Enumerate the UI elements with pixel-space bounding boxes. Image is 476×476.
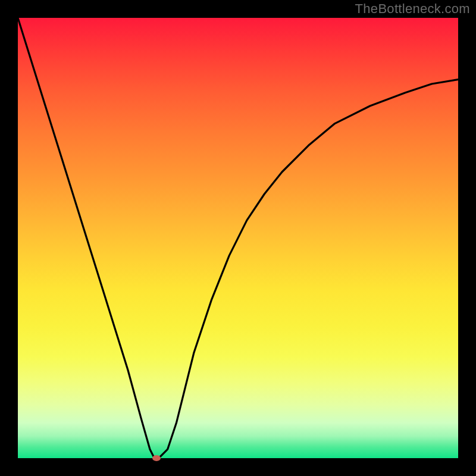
optimal-point-marker: [152, 455, 161, 461]
chart-frame: TheBottleneck.com: [0, 0, 476, 476]
bottleneck-curve: [18, 18, 458, 458]
plot-outer: [18, 18, 458, 458]
watermark-text: TheBottleneck.com: [355, 1, 470, 17]
